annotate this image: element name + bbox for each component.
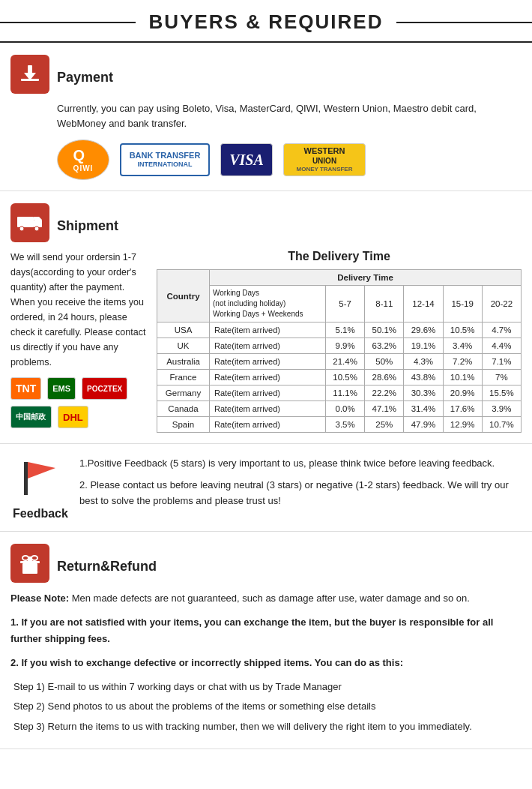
- feedback-section: Feedback 1.Positive Feedback (5 stars) i…: [0, 444, 532, 532]
- svg-rect-11: [22, 563, 37, 574]
- shipment-text: We will send your ordersin 1-7 days(acco…: [10, 250, 149, 370]
- rate-cell: Rate(item arrived): [210, 338, 326, 354]
- value-cell: 21.4%: [326, 354, 365, 370]
- payment-icon: [10, 55, 49, 94]
- svg-point-14: [31, 556, 37, 560]
- value-cell: 25%: [365, 417, 404, 433]
- table-row: AustraliaRate(item arrived)21.4%50%4.3%7…: [157, 354, 522, 370]
- country-cell: France: [157, 370, 210, 386]
- value-cell: 15.5%: [482, 386, 521, 401]
- bank-transfer-logo: BANK TRANSFER INTERNATIONAL: [120, 143, 210, 176]
- return-point2: 2. If you wish to exchange defective or …: [10, 655, 522, 671]
- return-icon: [10, 544, 49, 583]
- value-cell: 10.1%: [443, 370, 482, 386]
- value-cell: 20.9%: [443, 386, 482, 401]
- payment-svg-icon: [18, 62, 42, 86]
- return-step-3: Step 3) Return the items to us with trac…: [10, 718, 522, 735]
- shipment-title: Shipment: [57, 218, 118, 234]
- value-cell: 47.9%: [404, 417, 443, 433]
- shipment-content: We will send your ordersin 1-7 days(acco…: [10, 250, 522, 433]
- feedback-text: 1.Positive Feedback (5 stars) is very im…: [79, 456, 522, 520]
- country-cell: UK: [157, 338, 210, 354]
- weekends-label: Working Days + Weekends: [213, 309, 322, 320]
- country-header: Country: [157, 270, 210, 322]
- tnt-logo: TNT: [10, 377, 41, 400]
- value-cell: 31.4%: [404, 401, 443, 417]
- range-20-22: 20-22: [482, 286, 521, 322]
- value-cell: 50%: [365, 354, 404, 370]
- country-cell: Australia: [157, 354, 210, 370]
- country-cell: USA: [157, 322, 210, 338]
- value-cell: 10.5%: [443, 322, 482, 338]
- shipment-left: We will send your ordersin 1-7 days(acco…: [10, 250, 149, 433]
- return-step-2: Step 2) Send photos to us about the prob…: [10, 698, 522, 715]
- return-note-label: Please Note:: [10, 592, 69, 604]
- value-cell: 7.1%: [482, 354, 521, 370]
- value-cell: 12.9%: [443, 417, 482, 433]
- value-cell: 0.0%: [326, 401, 365, 417]
- ems-logo: EMS: [47, 377, 76, 400]
- return-step-1: Step 1) E-mail to us within 7 working da…: [10, 679, 522, 695]
- value-cell: 9.9%: [326, 338, 365, 354]
- shipment-svg-icon: [16, 212, 43, 233]
- value-cell: 11.1%: [326, 386, 365, 401]
- payment-title: Payment: [57, 70, 113, 86]
- delivery-table: Country Delivery Time Working Days (not …: [157, 269, 522, 433]
- rate-cell: Rate(item arrived): [210, 322, 326, 338]
- table-row: CanadaRate(item arrived)0.0%47.1%31.4%17…: [157, 401, 522, 417]
- svg-rect-8: [24, 462, 28, 495]
- dhl-logo: DHL: [58, 406, 88, 428]
- delivery-title: The Delivery Time: [157, 250, 522, 263]
- working-days-label: Working Days: [213, 288, 322, 298]
- country-cell: Spain: [157, 417, 210, 433]
- return-refund-section: Return&Refund Please Note: Men made defe…: [0, 532, 532, 749]
- shipment-section: Shipment We will send your ordersin 1-7 …: [0, 191, 532, 444]
- value-cell: 4.4%: [482, 338, 521, 354]
- svg-point-7: [34, 226, 39, 231]
- return-svg-icon: [17, 550, 43, 576]
- shipment-header-row: Shipment: [10, 203, 522, 242]
- value-cell: 63.2%: [365, 338, 404, 354]
- return-note: Please Note: Men made defects are not gu…: [10, 590, 522, 607]
- value-cell: 3.5%: [326, 417, 365, 433]
- return-text: Please Note: Men made defects are not gu…: [10, 590, 522, 735]
- range-8-11: 8-11: [365, 286, 404, 322]
- svg-point-6: [19, 226, 24, 231]
- value-cell: 3.4%: [443, 338, 482, 354]
- return-note-text: Men made defects are not guaranteed, suc…: [69, 592, 470, 604]
- svg-marker-9: [28, 462, 55, 478]
- return-title: Return&Refund: [57, 559, 157, 574]
- value-cell: 4.3%: [404, 354, 443, 370]
- rate-cell: Rate(item arrived): [210, 370, 326, 386]
- value-cell: 17.6%: [443, 401, 482, 417]
- feedback-title: Feedback: [13, 507, 68, 520]
- pocztex-logo: POCZTEX: [82, 377, 127, 400]
- table-row: GermanyRate(item arrived)11.1%22.2%30.3%…: [157, 386, 522, 401]
- range-15-19: 15-19: [443, 286, 482, 322]
- payment-logos: Q QIWI BANK TRANSFER INTERNATIONAL VISA …: [57, 140, 522, 180]
- page-title: BUYERS & REQUIRED: [136, 10, 397, 34]
- payment-header-row: Payment: [10, 55, 522, 94]
- table-subheader-row: Working Days (not including holiday) Wor…: [157, 286, 522, 322]
- feedback-icon-wrap: Feedback: [10, 456, 70, 520]
- feedback-point1: 1.Positive Feedback (5 stars) is very im…: [79, 456, 522, 472]
- value-cell: 10.5%: [326, 370, 365, 386]
- value-cell: 30.3%: [404, 386, 443, 401]
- feedback-point2: 2. Please contact us before leaving neut…: [79, 478, 522, 509]
- return-point2-label: 2. If you wish to exchange defective or …: [10, 657, 403, 668]
- return-point1-text: 1. If you are not satisfied with your it…: [10, 616, 493, 644]
- value-cell: 7.2%: [443, 354, 482, 370]
- not-holiday-label: (not including holiday): [213, 298, 322, 309]
- value-cell: 19.1%: [404, 338, 443, 354]
- value-cell: 47.1%: [365, 401, 404, 417]
- svg-rect-4: [34, 220, 42, 227]
- shipment-logos: TNT EMS POCZTEX 中国邮政 DHL: [10, 377, 149, 428]
- country-cell: Canada: [157, 401, 210, 417]
- rate-cell: Rate(item arrived): [210, 401, 326, 417]
- rate-cell: Rate(item arrived): [210, 417, 326, 433]
- western-union-logo: WESTERN UNION MONEY TRANSFER: [283, 143, 366, 176]
- shipment-icon: [10, 203, 49, 242]
- chinapost-logo: 中国邮政: [10, 406, 52, 428]
- payment-section: Payment Currently, you can pay using Bol…: [0, 43, 532, 191]
- value-cell: 50.1%: [365, 322, 404, 338]
